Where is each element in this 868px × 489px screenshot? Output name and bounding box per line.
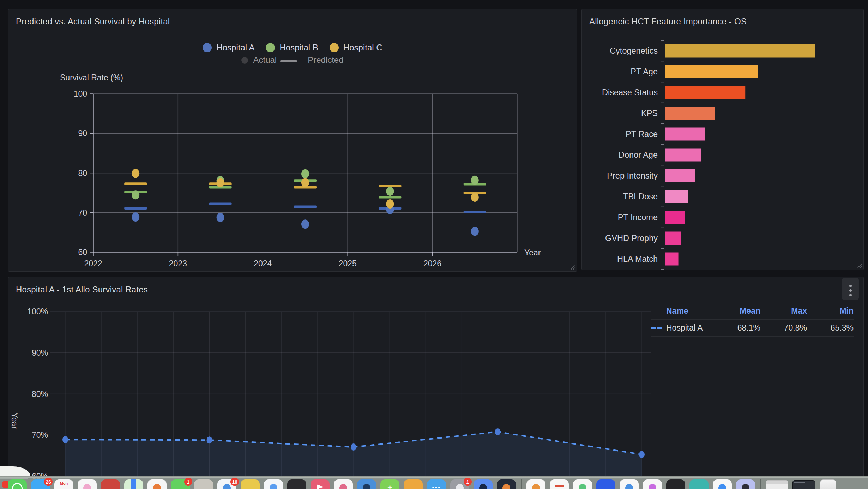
data-point[interactable] [639,451,645,458]
importance-bar[interactable] [665,253,679,266]
feature-importance-chart[interactable]: CytogeneticsPT AgeDisease StatusKPSPT Ra… [582,9,863,270]
legend-table-header: NameMeanMaxMin [651,303,854,320]
data-point[interactable] [351,443,356,451]
actual-marker[interactable] [217,178,224,187]
y-tick-label: 70 [78,208,87,217]
dock-app-black-2-icon[interactable] [666,479,685,489]
column-header-name[interactable]: Name [666,306,714,316]
dock-app-white-orange-icon[interactable] [526,479,545,489]
dock-files-gray-icon[interactable] [194,479,213,489]
actual-marker[interactable] [301,219,309,229]
y-tick-label: 80 [78,169,87,178]
importance-bar[interactable] [665,65,758,78]
dock-messages-icon[interactable]: 26 [31,479,50,489]
actual-marker[interactable] [132,169,139,178]
importance-bar[interactable] [665,190,688,203]
legend-table-row: Hospital A68.1%70.8%65.3% [651,320,854,337]
bar-category-label: PT Age [631,67,658,76]
importance-bar[interactable] [665,169,695,182]
notification-badge: 26 [44,478,53,486]
bar-category-label: Cytogenetics [610,46,658,55]
actual-marker[interactable] [471,193,479,202]
dock-app-lavender-icon[interactable] [736,479,755,489]
series-name[interactable]: Hospital A [666,323,714,333]
importance-bar[interactable] [665,44,815,58]
x-tick-label: 2022 [84,259,102,268]
dock-app-blue-dark-icon[interactable] [357,479,376,489]
data-point[interactable] [495,428,501,435]
panel-resize-handle[interactable] [856,262,862,268]
y-tick-label: 90% [32,348,48,357]
dock-numbers-icon[interactable] [573,479,592,489]
panel-survival-rates: Hospital A - 1st Allo Survival Rates Yea… [8,277,864,479]
actual-marker[interactable] [471,176,479,185]
dock-maps-icon[interactable] [124,479,143,489]
bar-category-label: GVHD Prophy [605,234,658,243]
importance-bar[interactable] [665,86,745,99]
actual-marker[interactable] [386,199,394,209]
actual-marker[interactable] [217,213,224,222]
dock-app-black-icon[interactable] [287,479,306,489]
dock-window-dark-icon[interactable] [792,480,815,489]
importance-bar[interactable] [665,211,685,224]
column-header-max[interactable]: Max [760,306,807,316]
dock-photos-icon[interactable] [78,479,97,489]
dock-divider [521,479,522,489]
actual-marker[interactable] [386,187,394,196]
dock-phone-green-icon[interactable]: 1 [171,479,190,489]
dock-app-blue-navy-icon[interactable] [474,479,493,489]
actual-marker[interactable] [132,212,139,222]
y-tick-label: 60 [78,248,87,257]
dock-app-teal-icon[interactable] [689,479,709,489]
dock-podcasts-icon[interactable] [147,479,167,489]
y-tick-label: 90 [78,129,87,138]
legend-table: NameMeanMaxMinHospital A68.1%70.8%65.3% [651,303,854,337]
predicted-marker[interactable] [464,211,486,213]
y-tick-label: 100% [27,307,48,316]
dock-app-green-plus-icon[interactable]: + [380,479,399,489]
predicted-marker[interactable] [379,196,401,198]
stat-max: 70.8% [760,323,807,333]
actual-marker[interactable] [301,169,309,179]
dock-app-blue-dots-icon[interactable]: ••• [427,479,446,489]
panel-predicted-vs-actual: Predicted vs. Actual Survival by Hospita… [8,9,577,272]
bar-category-label: KPS [641,109,658,118]
dock-app-amber-icon[interactable] [404,479,423,489]
panel-resize-handle[interactable] [569,264,575,270]
predicted-marker[interactable] [294,205,317,208]
dock-facetime-icon[interactable] [8,479,27,489]
predicted-marker[interactable] [209,202,232,205]
importance-bar[interactable] [665,128,705,141]
importance-bar[interactable] [665,232,681,245]
dock-notes-yellow-icon[interactable] [241,479,260,489]
dock-app-white-magenta-icon[interactable] [643,479,662,489]
scatter-chart[interactable]: 1009080706020222023202420252026 [8,9,577,271]
dock-mail-red-icon[interactable] [101,479,120,489]
actual-marker[interactable] [132,190,139,199]
dock-app-navy-orange-icon[interactable] [497,479,516,489]
predicted-marker[interactable] [124,182,147,185]
dock-trash-icon[interactable] [820,479,836,489]
dock-app-white-bluesq-icon[interactable] [620,479,639,489]
dock-gauge-gray-icon[interactable]: 1 [450,479,469,489]
column-header-mean[interactable]: Mean [714,306,760,316]
data-point[interactable] [207,436,212,443]
dock-app-white-blue-icon[interactable] [264,479,283,489]
dock-pages-icon[interactable] [550,479,569,489]
importance-bar[interactable] [665,107,715,120]
dock-app-white-pink-icon[interactable] [334,479,353,489]
dock-window-light-icon[interactable] [766,480,788,489]
data-point[interactable] [62,436,68,443]
dock-telegram-pink-icon[interactable] [311,479,330,489]
importance-bar[interactable] [665,149,701,162]
predicted-marker[interactable] [124,207,147,210]
dock-app-royal-blue-icon[interactable] [596,479,615,489]
column-header-min[interactable]: Min [807,306,854,316]
dock-app-white-bluedot-icon[interactable] [713,479,732,489]
dock-calendar-icon[interactable]: Mon [54,479,73,489]
actual-marker[interactable] [301,178,309,187]
actual-marker[interactable] [471,227,479,236]
x-tick-label: 2026 [423,259,441,268]
dock-mail-white-icon[interactable]: 10 [217,479,236,489]
bar-category-label: Donor Age [619,150,658,159]
